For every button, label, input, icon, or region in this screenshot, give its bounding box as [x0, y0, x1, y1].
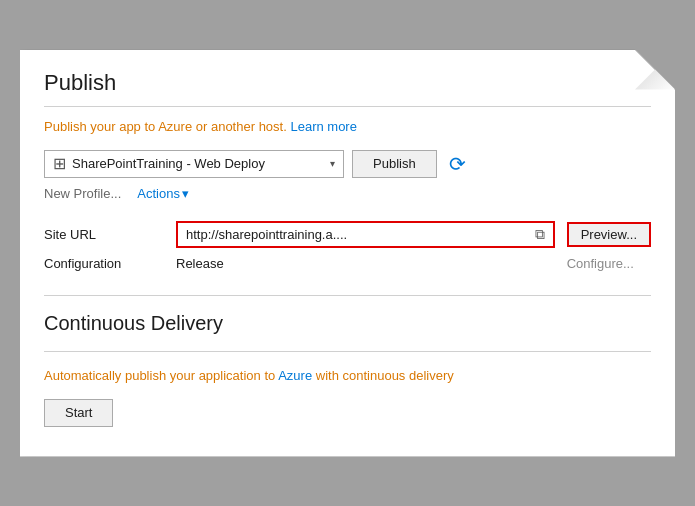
page-title: Publish	[44, 70, 651, 107]
configuration-value: Release	[176, 256, 555, 271]
configuration-label: Configuration	[44, 256, 164, 271]
actions-link[interactable]: Actions ▾	[137, 186, 189, 201]
fold-corner	[635, 50, 675, 90]
profile-icon: ⊞	[53, 154, 66, 173]
new-profile-link[interactable]: New Profile...	[44, 186, 121, 201]
divider	[44, 295, 651, 296]
continuous-delivery-title: Continuous Delivery	[44, 312, 651, 335]
publish-panel: Publish Publish your app to Azure or ano…	[20, 50, 675, 457]
chevron-down-icon: ▾	[330, 158, 335, 169]
profile-name: SharePointTraining - Web Deploy	[72, 156, 324, 171]
subtitle-text: Publish your app to Azure or another hos…	[44, 119, 287, 134]
learn-more-link[interactable]: Learn more	[290, 119, 356, 134]
publish-button[interactable]: Publish	[352, 150, 437, 178]
cd-description: Automatically publish your application t…	[44, 368, 651, 383]
preview-button[interactable]: Preview...	[567, 222, 651, 247]
actions-chevron-icon: ▾	[182, 186, 189, 201]
site-url-box: http://sharepointtraining.a.... ⧉	[176, 221, 555, 248]
cd-desc-azure: Azure	[278, 368, 312, 383]
details-grid: Site URL http://sharepointtraining.a....…	[44, 221, 651, 271]
site-url-label: Site URL	[44, 227, 164, 242]
profile-row: ⊞ SharePointTraining - Web Deploy ▾ Publ…	[44, 150, 651, 178]
start-button[interactable]: Start	[44, 399, 113, 427]
subtitle: Publish your app to Azure or another hos…	[44, 119, 651, 134]
cd-desc-suffix: with continuous delivery	[316, 368, 454, 383]
spinner-icon: ⟳	[449, 152, 466, 176]
copy-icon[interactable]: ⧉	[535, 226, 545, 243]
configure-link[interactable]: Configure...	[567, 256, 651, 271]
profile-select[interactable]: ⊞ SharePointTraining - Web Deploy ▾	[44, 150, 344, 178]
cd-desc-prefix: Automatically publish your application t…	[44, 368, 275, 383]
site-url-value: http://sharepointtraining.a....	[186, 227, 529, 242]
divider-2	[44, 351, 651, 352]
actions-label: Actions	[137, 186, 180, 201]
actions-row: New Profile... Actions ▾	[44, 186, 651, 201]
